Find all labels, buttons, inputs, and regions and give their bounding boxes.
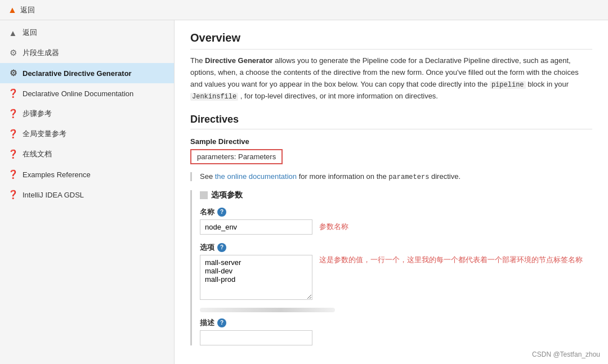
help-icon-2: ❓ bbox=[8, 109, 18, 119]
info-text-3: directive. bbox=[431, 172, 461, 181]
sidebar-item-examples-ref[interactable]: ❓ Examples Reference bbox=[0, 164, 174, 185]
help-icon-1: ❓ bbox=[8, 88, 18, 98]
layout: ▲ 返回 ⚙ 片段生成器 ⚙ Declarative Directive Gen… bbox=[0, 20, 608, 364]
gear-icon-directive: ⚙ bbox=[8, 68, 18, 78]
sidebar-item-global-var-label: 全局变量参考 bbox=[23, 129, 66, 139]
sample-directive-label: Sample Directive bbox=[190, 137, 592, 146]
overview-text-3: block in your bbox=[527, 80, 569, 88]
online-documentation-link[interactable]: the online documentation bbox=[215, 172, 297, 181]
back-arrow-icon: ▲ bbox=[8, 5, 17, 15]
sidebar-item-snippet-label: 片段生成器 bbox=[23, 48, 59, 58]
name-annotation: 参数名称 bbox=[319, 222, 348, 232]
gear-icon-snippet: ⚙ bbox=[8, 48, 18, 58]
overview-text-4: , for top-level directives, or int more … bbox=[240, 92, 438, 100]
overview-title: Overview bbox=[190, 32, 592, 50]
parameters-code: parameters bbox=[388, 173, 429, 181]
main-content: Overview The Directive Generator allows … bbox=[175, 20, 608, 364]
options-help-icon[interactable]: ? bbox=[217, 243, 226, 252]
help-icon-3: ❓ bbox=[8, 129, 18, 139]
sidebar-item-back[interactable]: ▲ 返回 bbox=[0, 23, 174, 43]
sidebar-item-intellij[interactable]: ❓ IntelliJ IDEA GDSL bbox=[0, 185, 174, 205]
options-field-label: 选项 ? bbox=[200, 242, 592, 253]
sidebar-item-directive-label: Declarative Directive Generator bbox=[23, 69, 132, 78]
description-input-row bbox=[200, 330, 592, 345]
help-icon-5: ❓ bbox=[8, 169, 18, 179]
description-field-label: 描述 ? bbox=[200, 318, 592, 328]
overview-text-1: The bbox=[190, 56, 205, 65]
scrollbar-hint bbox=[200, 308, 335, 312]
sidebar-item-online-docs-label: Declarative Online Documentation bbox=[23, 89, 133, 98]
sidebar-item-online-docs-2-label: 在线文档 bbox=[23, 149, 52, 159]
help-icon-6: ❓ bbox=[8, 190, 18, 200]
sidebar-item-step-ref[interactable]: ❓ 步骤参考 bbox=[0, 104, 174, 124]
back-label: 返回 bbox=[20, 5, 35, 15]
block-header-icon bbox=[200, 191, 208, 199]
sidebar-item-online-docs[interactable]: ❓ Declarative Online Documentation bbox=[0, 83, 174, 104]
info-row: See the online documentation for more in… bbox=[190, 172, 592, 181]
jenkinsfile-code: Jenkinsfile bbox=[190, 93, 238, 101]
options-section-block: 选项参数 名称 ? 参数名称 选项 ? mall-server mall-dev… bbox=[190, 190, 592, 345]
pipeline-code: pipeline bbox=[490, 81, 526, 89]
options-annotation: 这是参数的值，一行一个，这里我的每一个都代表着一个部署环境的节点标签名称 bbox=[319, 255, 583, 265]
sidebar-item-snippet-generator[interactable]: ⚙ 片段生成器 bbox=[0, 43, 174, 63]
footer-watermark: CSDN @Testfan_zhou bbox=[532, 350, 600, 358]
name-field-label: 名称 ? bbox=[200, 207, 592, 217]
info-text-1: See bbox=[200, 172, 215, 181]
options-textarea-row: mall-server mall-dev mall-prod 这是参数的值，一行… bbox=[200, 255, 592, 300]
sidebar-item-step-ref-label: 步骤参考 bbox=[23, 109, 52, 119]
top-bar: ▲ 返回 bbox=[0, 0, 608, 20]
info-text-2: for more information on the bbox=[299, 172, 389, 181]
sidebar-item-back-label: 返回 bbox=[23, 28, 37, 38]
overview-text: The Directive Generator allows you to ge… bbox=[190, 55, 592, 102]
overview-bold: Directive Generator bbox=[205, 56, 273, 65]
block-header-title: 选项参数 bbox=[211, 190, 243, 200]
directives-title: Directives bbox=[190, 114, 592, 129]
options-label-text: 选项 bbox=[200, 242, 214, 253]
sidebar-item-examples-ref-label: Examples Reference bbox=[23, 170, 91, 179]
name-help-icon[interactable]: ? bbox=[217, 208, 226, 217]
directive-selector[interactable]: parameters: Parameters bbox=[190, 149, 283, 164]
block-header: 选项参数 bbox=[200, 190, 592, 200]
sidebar-item-global-var[interactable]: ❓ 全局变量参考 bbox=[0, 124, 174, 144]
sidebar-item-intellij-label: IntelliJ IDEA GDSL bbox=[23, 191, 84, 199]
name-input-row: 参数名称 bbox=[200, 219, 592, 235]
description-input[interactable] bbox=[200, 330, 312, 345]
help-icon-4: ❓ bbox=[8, 149, 18, 159]
name-input[interactable] bbox=[200, 219, 312, 235]
description-help-icon[interactable]: ? bbox=[217, 318, 226, 327]
sidebar-item-declarative-directive[interactable]: ⚙ Declarative Directive Generator bbox=[0, 63, 174, 83]
sidebar-item-online-docs-2[interactable]: ❓ 在线文档 bbox=[0, 144, 174, 164]
sidebar: ▲ 返回 ⚙ 片段生成器 ⚙ Declarative Directive Gen… bbox=[0, 20, 175, 364]
description-label-text: 描述 bbox=[200, 318, 214, 328]
options-textarea[interactable]: mall-server mall-dev mall-prod bbox=[200, 255, 312, 300]
back-icon: ▲ bbox=[8, 28, 18, 38]
name-label-text: 名称 bbox=[200, 207, 214, 217]
